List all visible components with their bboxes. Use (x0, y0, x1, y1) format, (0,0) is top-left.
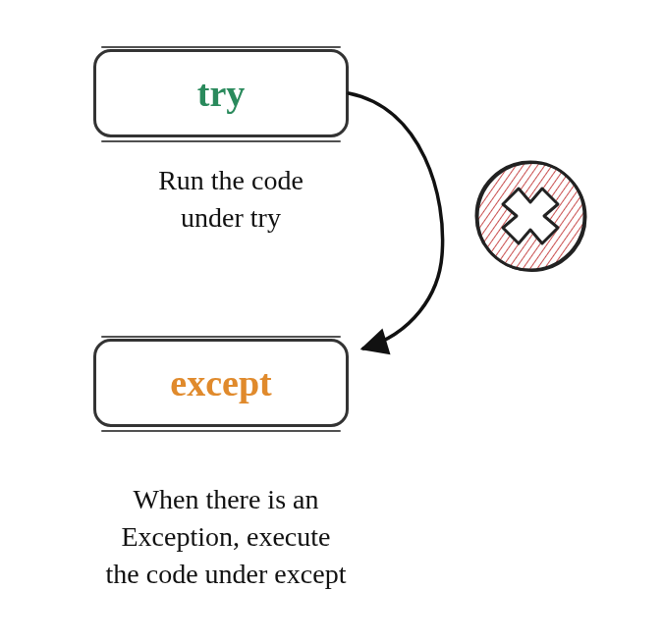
except-box: except (93, 339, 349, 427)
try-label: try (197, 72, 246, 115)
sketch-stroke (101, 140, 341, 142)
except-caption: When there is an Exception, execute the … (39, 481, 413, 592)
cross-icon (476, 162, 586, 271)
caption-line: When there is an (134, 484, 319, 514)
caption-line: Exception, execute (121, 521, 330, 552)
except-label: except (170, 361, 271, 404)
caption-line: under try (181, 202, 281, 233)
svg-point-1 (476, 162, 584, 270)
caption-line: the code under except (106, 559, 347, 589)
caption-line: Run the code (158, 165, 303, 195)
try-caption: Run the code under try (98, 162, 363, 237)
sketch-stroke (101, 430, 341, 432)
sketch-stroke (101, 336, 341, 338)
sketch-stroke (101, 46, 341, 48)
svg-point-2 (478, 163, 586, 271)
try-box: try (93, 49, 349, 137)
